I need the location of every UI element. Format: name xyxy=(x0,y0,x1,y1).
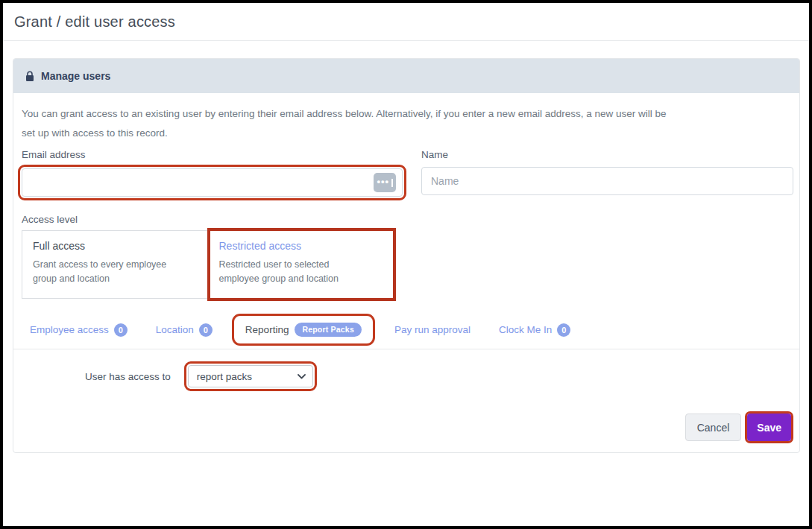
panel-header-label: Manage users xyxy=(41,70,110,82)
report-packs-select[interactable]: report packs xyxy=(188,365,313,387)
tab-pay-run-approval[interactable]: Pay run approval xyxy=(385,311,479,349)
page-title: Grant / edit user access xyxy=(14,13,798,31)
access-option-full[interactable]: Full access Grant access to every employ… xyxy=(22,231,209,298)
user-has-access-to-label: User has access to xyxy=(85,371,171,382)
tab-reporting[interactable]: Reporting Report Packs xyxy=(236,323,371,338)
grant-edit-user-access-page: Grant / edit user access Manage users Yo… xyxy=(0,0,812,529)
cancel-button[interactable]: Cancel xyxy=(685,414,742,441)
access-level-selector: Full access Grant access to every employ… xyxy=(22,230,395,299)
email-label: Email address xyxy=(22,149,406,160)
count-badge: 0 xyxy=(199,323,213,337)
email-column: Email address ••• xyxy=(18,149,406,200)
titlebar: Grant / edit user access xyxy=(3,3,809,41)
reporting-annotation-ring: Reporting Report Packs xyxy=(232,314,375,346)
tab-label: Reporting xyxy=(245,324,289,335)
intro-text: You can grant access to an existing user… xyxy=(22,104,682,143)
lock-icon xyxy=(25,71,34,82)
access-option-title: Full access xyxy=(33,240,198,252)
reporting-tab-panel: User has access to report packs xyxy=(85,361,793,391)
manage-users-panel: Manage users You can grant access to an … xyxy=(13,58,800,453)
email-input[interactable] xyxy=(22,168,403,197)
access-level-label: Access level xyxy=(22,214,793,225)
ellipsis-picker-icon[interactable]: ••• xyxy=(374,173,396,192)
tab-location[interactable]: Location 0 xyxy=(147,311,221,349)
name-column: Name xyxy=(421,149,793,200)
select-value: report packs xyxy=(197,371,252,382)
chevron-down-icon xyxy=(298,374,306,379)
panel-body: You can grant access to an existing user… xyxy=(13,93,799,452)
dropdown-annotation-ring: report packs xyxy=(184,361,317,391)
access-option-title: Restricted access xyxy=(219,240,385,252)
tab-label: Location xyxy=(156,324,194,335)
email-annotation-ring: ••• xyxy=(18,165,406,200)
name-label: Name xyxy=(421,149,793,160)
tab-label: Employee access xyxy=(30,324,109,335)
access-option-description: Grant access to every employee group and… xyxy=(33,258,182,286)
count-badge: 0 xyxy=(557,323,570,337)
footer-actions: Cancel Save xyxy=(18,411,793,443)
tab-label: Pay run approval xyxy=(394,324,470,335)
access-option-description: Restricted user to selected employee gro… xyxy=(219,258,368,286)
tab-employee-access[interactable]: Employee access 0 xyxy=(21,311,136,349)
tab-clock-me-in[interactable]: Clock Me In 0 xyxy=(490,311,579,349)
tab-label: Clock Me In xyxy=(499,324,552,335)
save-button[interactable]: Save xyxy=(747,414,791,441)
count-badge: 0 xyxy=(114,323,128,337)
email-name-row: Email address ••• Name xyxy=(18,149,793,200)
report-packs-pill: Report Packs xyxy=(295,323,362,338)
access-option-restricted[interactable]: Restricted access Restricted user to sel… xyxy=(209,231,395,298)
name-input[interactable] xyxy=(421,167,793,195)
tab-bar: Employee access 0 Location 0 Reporting R… xyxy=(13,311,799,349)
save-annotation-ring: Save xyxy=(745,411,793,443)
panel-header: Manage users xyxy=(13,59,799,93)
